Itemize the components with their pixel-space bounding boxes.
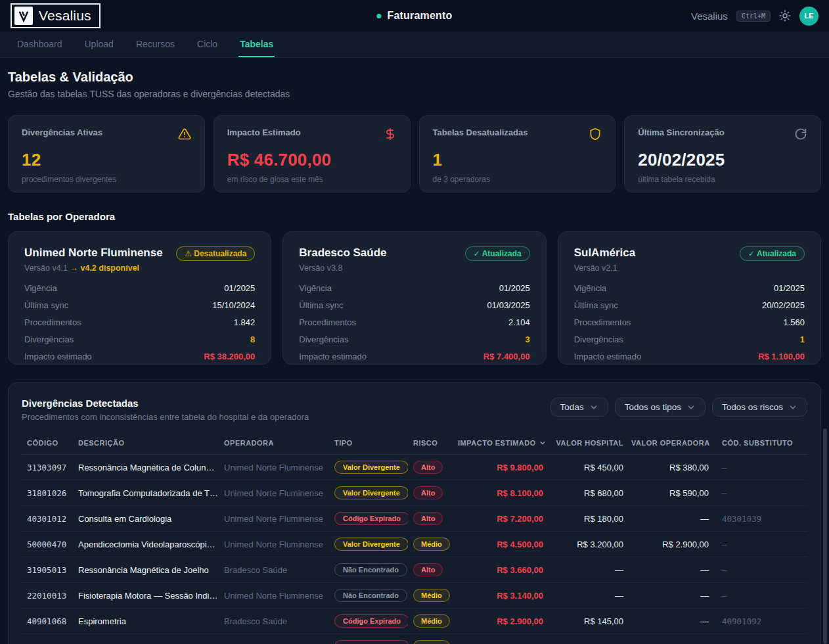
codigo-cell: 31905013 [22,565,73,575]
valor-hospital-cell: R$ 180,00 [546,514,626,524]
nav-tab[interactable]: Ciclo [196,32,219,57]
impacto-cell: R$ 2.900,00 [453,616,546,626]
field-label: Última sync [299,300,343,310]
filter-dropdown[interactable]: Todos os riscos [712,398,807,417]
impacto-cell: R$ 4.500,00 [453,540,546,549]
table-row[interactable]: 22010013 Fisioterapia Motora — Sessão In… [22,583,807,609]
operadora-cell: Unimed Norte Fluminense [219,514,329,524]
nav-tab[interactable]: Dashboard [16,32,64,57]
substituto-cell: 40301039 [711,514,807,524]
risco-cell: Médio [408,614,453,628]
codigo-cell: 50000470 [22,540,73,549]
tipo-badge: Valor Divergente [334,461,408,474]
chevron-down-icon [788,403,797,412]
stats-row: Divergências Ativas 12 procedimentos div… [8,115,821,193]
stat-card-divergencias-ativas: Divergências Ativas 12 procedimentos div… [8,115,205,193]
risco-badge: Médio [413,589,450,602]
valor-operadora-cell: — [626,616,711,626]
stat-card-impacto-estimado: Impacto Estimado R$ 46.700,00 em risco d… [213,115,411,193]
operadora-cell: Bradesco Saúde [219,565,329,575]
field-value: R$ 7.400,00 [483,352,530,361]
warning-icon: ⚠ [185,249,192,258]
risco-cell: Médio [408,640,453,644]
filter-dropdown[interactable]: Todos os tipos [615,398,706,417]
operator-name: Bradesco Saúde [299,246,386,260]
divergences-title: Divergências Detectadas [22,398,309,409]
operator-name: Unimed Norte Fluminense [24,246,163,260]
table-row[interactable]: 40301012 Consulta em Cardiologia Unimed … [22,506,807,532]
field-label: Divergências [574,334,623,344]
risco-badge: Médio [413,614,450,628]
field-value: 2.104 [508,317,530,327]
stat-value: 12 [22,150,191,170]
tipo-cell: Valor Divergente [329,538,408,551]
codigo-cell: 41204109 [22,642,73,644]
impacto-cell: R$ 8.100,00 [453,488,546,498]
stat-title: Impacto Estimado [227,127,301,137]
operator-field-row: Vigência 01/2025 [24,283,255,293]
operator-field-row: Última sync 15/10/2024 [24,300,255,310]
table-row[interactable]: 41204109 Eletrocardiograma em Repouso… U… [22,634,807,644]
avatar[interactable]: LE [799,7,818,26]
operator-field-row: Impacto estimado R$ 38.200,00 [24,352,255,361]
tipo-badge: Código Expirado [334,614,408,628]
valor-operadora-cell: — [626,591,711,601]
descricao-cell: Tomografia Computadorizada de T… [73,488,219,498]
shield-icon [589,127,602,143]
risco-cell: Médio [408,538,453,551]
operadora-cell: Unimed Norte Fluminense [219,540,329,549]
brand-name: Vesalius [39,8,91,24]
tipo-badge: Código Expirado [334,640,408,644]
substituto-cell: — [711,540,807,549]
field-value: 3 [525,334,529,344]
valor-hospital-cell: — [546,565,626,575]
topbar-right: Vesalius Ctrl+M LE [691,7,818,26]
operators-row: Unimed Norte Fluminense Versão v4.1 → v4… [8,231,821,365]
field-value: R$ 1.100,00 [758,352,805,361]
risco-badge: Alto [413,512,443,525]
field-value: 1.842 [234,317,256,327]
filter-dropdown[interactable]: Todas [550,398,608,417]
col-header-impacto-sort[interactable]: Impacto Estimado [453,439,546,447]
table-row[interactable]: 31303097 Ressonância Magnética de Coluna… [22,455,807,480]
stat-caption: última tabela recebida [638,175,807,184]
table-row[interactable]: 40901068 Espirometria Bradesco Saúde Cód… [22,609,807,634]
stat-card-tabelas-desatualizadas: Tabelas Desatualizadas 1 de 3 operadoras [419,115,616,193]
tipo-cell: Valor Divergente [329,461,408,474]
field-value: R$ 38.200,00 [204,352,255,361]
theme-toggle-sun-icon[interactable] [779,10,791,22]
vesalius-v-icon [14,7,33,25]
field-label: Divergências [299,334,348,344]
valor-hospital-cell: R$ 450,00 [546,463,626,472]
table-row[interactable]: 31905013 Ressonância Magnética de Joelho… [22,557,807,583]
substituto-cell: 40901092 [711,616,807,626]
scrollbar-thumb[interactable] [823,428,827,644]
tipo-cell: Código Expirado [329,640,408,644]
tipo-badge: Não Encontrado [334,589,407,602]
table-header-row: Código Descrição Operadora Tipo Risco Im… [22,431,807,455]
operator-field-row: Procedimentos 1.560 [574,317,805,327]
col-header-codigo: Código [22,439,73,447]
col-header-descricao: Descrição [73,439,219,447]
check-icon: ✓ [748,249,755,258]
stat-value: 20/02/2025 [638,150,807,170]
nav-tab[interactable]: Tabelas [238,32,275,57]
stat-caption: em risco de glosa este mês [227,175,397,184]
field-value: 01/03/2025 [487,300,530,310]
risco-cell: Alto [408,512,453,525]
field-label: Procedimentos [299,317,356,327]
stat-value: R$ 46.700,00 [227,150,397,170]
section-title-operadoras: Tabelas por Operadora [8,211,821,222]
codigo-cell: 40901068 [22,616,73,626]
nav-tab[interactable]: Recursos [135,32,176,57]
operator-field-row: Procedimentos 2.104 [299,317,529,327]
operator-version: Versão v3.8 [299,264,386,273]
table-row[interactable]: 31801026 Tomografia Computadorizada de T… [22,480,807,506]
brand-logo[interactable]: Vesalius [11,3,101,28]
field-value: 1.560 [783,317,805,327]
page-subtitle: Gestão das tabelas TUSS das operadoras e… [8,89,821,99]
nav-tab[interactable]: Upload [83,32,115,57]
table-row[interactable]: 50000470 Apendicectomia Videolaparoscópi… [22,532,807,557]
impacto-cell: R$ 3.660,00 [453,565,546,575]
col-header-operadora: Operadora [219,439,329,447]
